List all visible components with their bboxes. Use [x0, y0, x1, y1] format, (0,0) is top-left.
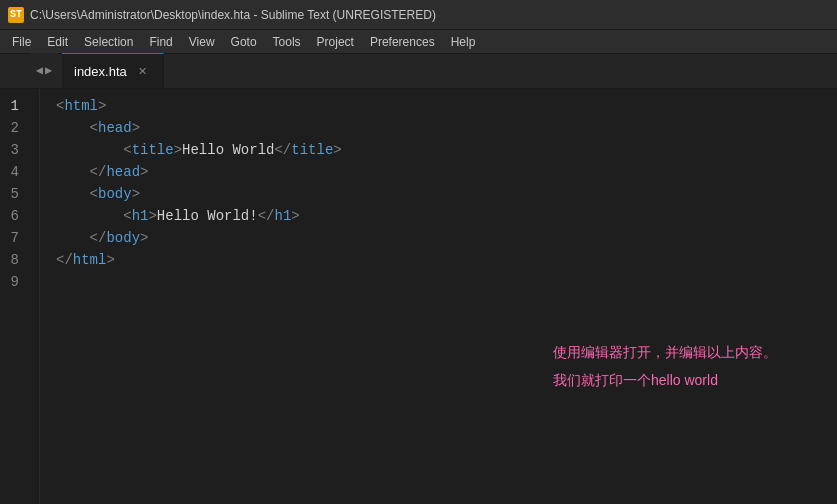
menu-bar: File Edit Selection Find View Goto Tools…: [0, 30, 837, 54]
annotation-line-2: 我们就打印一个hello world: [553, 366, 777, 394]
code-line-6: <h1>Hello World!</h1>: [56, 205, 837, 227]
code-line-7: </body>: [56, 227, 837, 249]
line-num-5: 5: [0, 183, 27, 205]
tab-bar: ◀ ▶ index.hta ✕: [0, 54, 837, 89]
line-num-4: 4: [0, 161, 27, 183]
code-line-5: <body>: [56, 183, 837, 205]
editor: 1 2 3 4 5 6 7 8 9 <html> <head> <title>H…: [0, 89, 837, 504]
line-num-3: 3: [0, 139, 27, 161]
menu-tools[interactable]: Tools: [265, 30, 309, 53]
forward-arrow[interactable]: ▶: [45, 63, 52, 78]
menu-view[interactable]: View: [181, 30, 223, 53]
menu-preferences[interactable]: Preferences: [362, 30, 443, 53]
code-line-4: </head>: [56, 161, 837, 183]
menu-edit[interactable]: Edit: [39, 30, 76, 53]
code-line-9: [56, 271, 837, 293]
back-arrow[interactable]: ◀: [36, 63, 43, 78]
line-num-1: 1: [0, 95, 27, 117]
tab-label: index.hta: [74, 64, 127, 79]
tab-index-hta[interactable]: index.hta ✕: [62, 53, 164, 88]
nav-arrows: ◀ ▶: [30, 53, 58, 88]
title-bar: ST C:\Users\Administrator\Desktop\index.…: [0, 0, 837, 30]
menu-selection[interactable]: Selection: [76, 30, 141, 53]
line-num-7: 7: [0, 227, 27, 249]
tab-close-button[interactable]: ✕: [135, 63, 151, 79]
menu-goto[interactable]: Goto: [223, 30, 265, 53]
annotation: 使用编辑器打开，并编辑以上内容。 我们就打印一个hello world: [553, 338, 777, 394]
line-num-6: 6: [0, 205, 27, 227]
code-line-1: <html>: [56, 95, 837, 117]
code-line-3: <title>Hello World</title>: [56, 139, 837, 161]
window-title: C:\Users\Administrator\Desktop\index.hta…: [30, 8, 436, 22]
menu-find[interactable]: Find: [141, 30, 180, 53]
menu-project[interactable]: Project: [309, 30, 362, 53]
code-line-2: <head>: [56, 117, 837, 139]
line-num-9: 9: [0, 271, 27, 293]
line-num-8: 8: [0, 249, 27, 271]
code-line-8: </html>: [56, 249, 837, 271]
annotation-line-1: 使用编辑器打开，并编辑以上内容。: [553, 338, 777, 366]
line-num-2: 2: [0, 117, 27, 139]
code-area[interactable]: <html> <head> <title>Hello World</title>…: [40, 89, 837, 504]
menu-file[interactable]: File: [4, 30, 39, 53]
line-numbers: 1 2 3 4 5 6 7 8 9: [0, 89, 40, 504]
app-icon: ST: [8, 7, 24, 23]
menu-help[interactable]: Help: [443, 30, 484, 53]
